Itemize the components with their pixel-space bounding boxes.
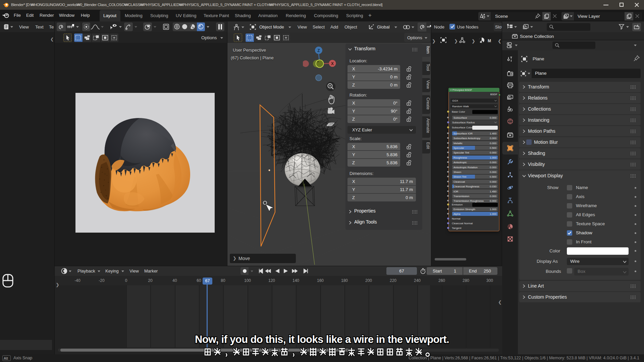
svg-text:X: X [331, 61, 334, 66]
svg-text:Z: Z [317, 48, 320, 53]
